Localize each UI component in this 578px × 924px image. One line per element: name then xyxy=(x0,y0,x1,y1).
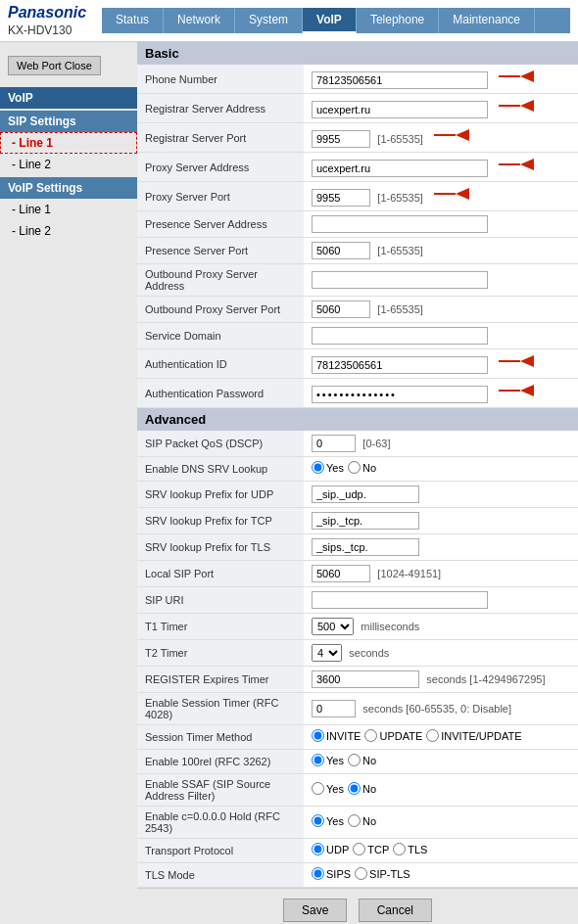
ssaf-yes-label[interactable]: Yes xyxy=(312,782,344,795)
100rel-yes-radio[interactable] xyxy=(312,754,324,766)
sidebar-item-sip-line2[interactable]: - Line 2 xyxy=(0,154,137,175)
hold-yes-label[interactable]: Yes xyxy=(312,814,344,827)
service-domain-input[interactable] xyxy=(312,327,488,345)
table-row: Outbound Proxy Server Address xyxy=(137,264,578,297)
phone-number-input[interactable] xyxy=(312,71,488,89)
ssaf-no-label[interactable]: No xyxy=(348,782,376,795)
registrar-port-range: [1-65535] xyxy=(377,133,422,145)
sip-uri-input[interactable] xyxy=(312,591,488,609)
session-invite-update-radio[interactable] xyxy=(426,729,439,742)
presence-port-cell: [1-65535] xyxy=(304,238,578,264)
registrar-server-port-input[interactable] xyxy=(312,130,370,148)
phone-number-label: Phone Number xyxy=(137,65,304,94)
transport-tls-label[interactable]: TLS xyxy=(393,843,427,855)
page-header: Panasonic KX-HDV130 Status Network Syste… xyxy=(0,0,578,42)
tab-maintenance[interactable]: Maintenance xyxy=(439,8,535,33)
hold-no-label[interactable]: No xyxy=(348,814,376,827)
hold-label: Enable c=0.0.0.0 Hold (RFC 2543) xyxy=(137,807,304,839)
100rel-yes-label[interactable]: Yes xyxy=(312,754,344,766)
dns-srv-yes-radio[interactable] xyxy=(312,461,324,474)
tls-sips-label[interactable]: SIPS xyxy=(312,867,351,880)
arrow-auth-id xyxy=(497,353,536,369)
srv-tcp-input[interactable] xyxy=(312,512,419,530)
tab-system[interactable]: System xyxy=(235,8,303,33)
tab-voip[interactable]: VoIP xyxy=(303,8,357,33)
transport-tls-radio[interactable] xyxy=(393,843,406,855)
hold-yes-radio[interactable] xyxy=(312,814,324,827)
table-row: Authentication Password xyxy=(137,379,578,408)
hold-radio-group: Yes No xyxy=(312,814,376,827)
hold-no-radio[interactable] xyxy=(348,814,361,827)
session-invite-label[interactable]: INVITE xyxy=(312,729,361,742)
t2-timer-select[interactable]: 4 xyxy=(312,644,342,662)
table-row: Service Domain xyxy=(137,323,578,349)
local-sip-port-input[interactable] xyxy=(312,565,370,582)
proxy-server-port-input[interactable] xyxy=(312,189,370,207)
outbound-proxy-port-input[interactable] xyxy=(312,300,370,318)
sip-qos-input[interactable] xyxy=(312,435,356,452)
auth-id-input[interactable] xyxy=(312,356,488,374)
transport-tcp-radio[interactable] xyxy=(353,843,365,855)
tab-telephone[interactable]: Telephone xyxy=(357,8,439,33)
auth-password-label: Authentication Password xyxy=(137,379,304,408)
tab-network[interactable]: Network xyxy=(164,8,235,33)
save-button[interactable]: Save xyxy=(283,899,347,922)
sidebar-section-voip-settings: VoIP Settings xyxy=(0,177,137,199)
100rel-radio-group: Yes No xyxy=(312,754,376,766)
transport-udp-label[interactable]: UDP xyxy=(312,843,349,855)
table-row: SRV lookup Prefix for UDP xyxy=(137,482,578,508)
outbound-addr-label: Outbound Proxy Server Address xyxy=(137,264,304,297)
sidebar-item-voip-line1[interactable]: - Line 1 xyxy=(0,199,137,220)
tls-sip-tls-radio[interactable] xyxy=(355,867,367,880)
presence-port-range: [1-65535] xyxy=(377,245,422,256)
dns-srv-yes-label[interactable]: Yes xyxy=(312,461,344,474)
dns-srv-no-radio[interactable] xyxy=(348,461,361,474)
outbound-proxy-address-input[interactable] xyxy=(312,271,488,289)
100rel-no-radio[interactable] xyxy=(348,754,361,766)
session-update-label[interactable]: UPDATE xyxy=(364,729,422,742)
srv-tls-input[interactable] xyxy=(312,538,419,556)
dns-srv-no-label[interactable]: No xyxy=(348,461,376,474)
session-timer-range: seconds [60-65535, 0: Disable] xyxy=(362,703,511,715)
cancel-button[interactable]: Cancel xyxy=(359,899,432,922)
registrar-port-label: Registrar Server Port xyxy=(137,123,304,153)
basic-section-header: Basic xyxy=(137,42,578,65)
local-sip-port-range: [1024-49151] xyxy=(377,568,441,579)
sidebar-item-voip-line2[interactable]: - Line 2 xyxy=(0,220,137,242)
web-port-close-btn-container: Web Port Close xyxy=(8,56,129,75)
session-invite-radio[interactable] xyxy=(312,729,324,742)
auth-id-label: Authentication ID xyxy=(137,349,304,379)
table-row: TLS Mode SIPS SIP-TLS xyxy=(137,863,578,888)
ssaf-yes-radio[interactable] xyxy=(312,782,324,795)
sidebar-item-sip-line1[interactable]: - Line 1 xyxy=(0,132,137,154)
table-row: Enable Session Timer (RFC 4028) seconds … xyxy=(137,693,578,725)
session-update-radio[interactable] xyxy=(364,729,377,742)
100rel-no-label[interactable]: No xyxy=(348,754,376,766)
local-sip-port-label: Local SIP Port xyxy=(137,561,304,587)
auth-password-input[interactable] xyxy=(312,386,488,403)
ssaf-no-radio[interactable] xyxy=(348,782,361,795)
proxy-port-cell: [1-65535] xyxy=(304,182,578,211)
table-row: Presence Server Port [1-65535] xyxy=(137,238,578,264)
tls-sip-tls-label[interactable]: SIP-TLS xyxy=(355,867,410,880)
table-row: Transport Protocol UDP TCP TLS xyxy=(137,839,578,863)
registrar-port-cell: [1-65535] xyxy=(304,123,578,153)
tls-sips-radio[interactable] xyxy=(312,867,324,880)
presence-server-address-input[interactable] xyxy=(312,215,488,233)
presence-server-port-input[interactable] xyxy=(312,242,370,259)
proxy-port-range: [1-65535] xyxy=(377,192,422,204)
outbound-addr-cell xyxy=(304,264,578,297)
transport-tcp-label[interactable]: TCP xyxy=(353,843,389,855)
srv-udp-input[interactable] xyxy=(312,485,419,503)
web-port-close-button[interactable]: Web Port Close xyxy=(8,56,101,75)
session-invite-update-label[interactable]: INVITE/UPDATE xyxy=(426,729,521,742)
registrar-server-address-input[interactable] xyxy=(312,101,488,118)
tab-status[interactable]: Status xyxy=(102,8,164,33)
sidebar-section-sip: SIP Settings xyxy=(0,111,137,132)
t1-timer-select[interactable]: 500 xyxy=(312,618,354,635)
session-timer-input[interactable] xyxy=(312,700,356,717)
transport-udp-radio[interactable] xyxy=(312,843,324,855)
proxy-server-address-input[interactable] xyxy=(312,160,488,177)
register-expires-input[interactable] xyxy=(312,670,419,688)
t2-timer-cell: 4 seconds xyxy=(304,640,578,667)
